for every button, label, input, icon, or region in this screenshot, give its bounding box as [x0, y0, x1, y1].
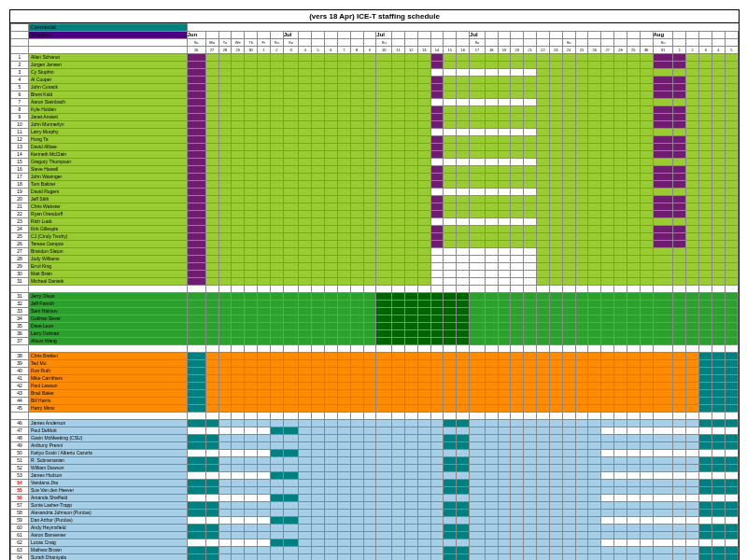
schedule-cell — [299, 495, 312, 502]
schedule-cell — [511, 121, 524, 129]
schedule-cell — [376, 174, 392, 181]
schedule-cell — [601, 315, 614, 323]
schedule-cell — [614, 465, 627, 472]
schedule-cell — [601, 241, 614, 248]
schedule-cell — [524, 487, 537, 495]
schedule-cell — [470, 159, 486, 166]
schedule-cell — [299, 420, 312, 427]
schedule-cell — [470, 487, 486, 495]
schedule-cell — [725, 457, 738, 465]
schedule-cell — [511, 375, 524, 383]
schedule-cell — [686, 189, 699, 196]
schedule-cell — [537, 390, 550, 398]
schedule-cell — [325, 554, 338, 561]
schedule-cell — [627, 54, 640, 62]
schedule-cell — [363, 174, 376, 181]
schedule-cell — [218, 151, 232, 159]
staff-name: Paul DeMott — [29, 427, 188, 435]
schedule-cell — [337, 323, 350, 330]
schedule-cell — [601, 457, 614, 465]
schedule-cell — [686, 413, 699, 420]
schedule-cell — [258, 510, 271, 517]
schedule-cell — [640, 502, 653, 510]
schedule-cell — [686, 323, 699, 330]
schedule-cell — [511, 271, 524, 278]
schedule-cell — [470, 480, 486, 487]
schedule-cell — [686, 353, 699, 360]
schedule-cell — [562, 211, 575, 218]
row-number: 7 — [11, 99, 29, 106]
schedule-cell — [485, 554, 498, 561]
schedule-cell — [725, 375, 738, 383]
schedule-cell — [376, 398, 392, 405]
schedule-cell — [363, 398, 376, 405]
schedule-cell — [712, 144, 725, 151]
staff-name: Brandon Slaton — [29, 248, 188, 256]
schedule-cell — [312, 315, 325, 323]
staff-name: Ron Ruth — [29, 368, 188, 375]
schedule-cell — [363, 435, 376, 442]
schedule-cell — [258, 517, 271, 525]
schedule-cell — [562, 286, 575, 293]
schedule-cell — [218, 554, 232, 561]
schedule-cell — [725, 413, 738, 420]
schedule-cell — [325, 84, 338, 91]
schedule-cell — [686, 420, 699, 427]
schedule-cell — [470, 510, 486, 517]
schedule-cell — [470, 525, 486, 532]
schedule-cell — [640, 196, 653, 203]
schedule-cell — [404, 532, 417, 539]
schedule-cell — [417, 465, 430, 472]
schedule-cell — [549, 360, 562, 368]
schedule-cell — [725, 435, 738, 442]
schedule-cell — [699, 218, 712, 226]
schedule-cell — [325, 301, 338, 308]
schedule-cell — [549, 457, 562, 465]
schedule-cell — [712, 114, 725, 121]
schedule-cell — [417, 233, 430, 241]
schedule-cell — [218, 226, 232, 233]
schedule-cell — [498, 539, 511, 547]
schedule-cell — [588, 84, 601, 91]
schedule-cell — [325, 62, 338, 69]
schedule-cell — [363, 181, 376, 189]
schedule-cell — [725, 338, 738, 345]
schedule-cell — [686, 203, 699, 211]
schedule-cell — [457, 345, 470, 353]
schedule-cell — [325, 106, 338, 114]
schedule-cell — [205, 301, 218, 308]
staff-row: 10John Munnerlyn — [11, 121, 739, 129]
schedule-cell — [524, 62, 537, 69]
schedule-cell — [470, 241, 486, 248]
schedule-cell — [376, 525, 392, 532]
schedule-cell — [444, 233, 457, 241]
schedule-cell — [325, 189, 338, 196]
schedule-cell — [270, 293, 283, 301]
schedule-cell — [627, 129, 640, 136]
schedule-cell — [312, 256, 325, 263]
schedule-cell — [258, 465, 271, 472]
row-number: 20 — [11, 196, 29, 203]
schedule-cell — [470, 271, 486, 278]
schedule-cell — [232, 413, 245, 420]
schedule-cell — [363, 218, 376, 226]
schedule-cell — [588, 495, 601, 502]
schedule-cell — [404, 293, 417, 301]
schedule-cell — [457, 330, 470, 338]
schedule-cell — [430, 144, 444, 151]
schedule-cell — [187, 69, 205, 77]
schedule-cell — [588, 181, 601, 189]
schedule-cell — [653, 144, 673, 151]
schedule-cell — [312, 166, 325, 174]
schedule-cell — [588, 278, 601, 286]
schedule-cell — [404, 121, 417, 129]
schedule-cell — [725, 84, 738, 91]
schedule-cell — [404, 510, 417, 517]
schedule-cell — [270, 211, 283, 218]
schedule-cell — [283, 368, 299, 375]
schedule-cell — [245, 532, 258, 539]
schedule-cell — [404, 398, 417, 405]
schedule-cell — [562, 62, 575, 69]
schedule-cell — [232, 510, 245, 517]
schedule-cell — [653, 301, 673, 308]
